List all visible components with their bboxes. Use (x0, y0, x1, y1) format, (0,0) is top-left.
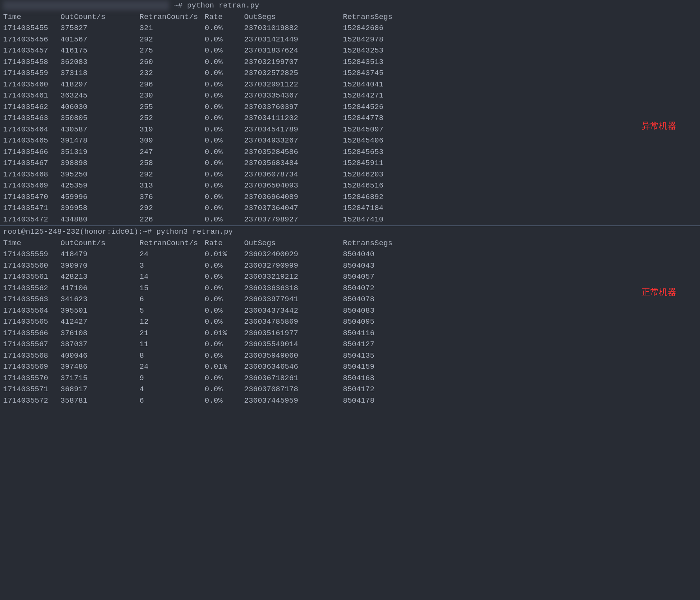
header-outsegs: OutSegs (244, 11, 343, 23)
cell-time: 1714035456 (3, 34, 60, 45)
cell-time: 1714035459 (3, 68, 60, 79)
cell-outsegs: 236036346546 (244, 361, 343, 373)
cell-retranssegs: 152842978 (343, 34, 414, 45)
table-row: 1714035561428213140.0%236033219212850405… (0, 271, 700, 283)
table-row: 1714035566376108210.01%23603516197785041… (0, 328, 700, 339)
table-row: 17140354694253593130.0%23703650409315284… (0, 180, 700, 191)
cell-time: 1714035561 (3, 271, 60, 283)
cell-time: 1714035562 (3, 283, 60, 294)
cell-outsegs: 236032400029 (244, 249, 343, 260)
cell-outcount: 459996 (60, 191, 139, 203)
cell-retran: 252 (139, 112, 205, 124)
cell-rate: 0.0% (205, 101, 244, 113)
cell-outsegs: 237036504093 (244, 180, 343, 191)
table-row: 171403557037171590.0%2360367182618504168 (0, 373, 700, 384)
cell-rate: 0.0% (205, 124, 244, 135)
header-outcount: OutCount/s (60, 238, 139, 249)
cell-outcount: 350805 (60, 112, 139, 124)
cell-outsegs: 237034933267 (244, 135, 343, 146)
cell-retranssegs: 152843745 (343, 68, 414, 79)
cell-retranssegs: 152847184 (343, 202, 414, 214)
header-time: Time (3, 238, 60, 249)
cell-rate: 0.0% (205, 180, 244, 191)
cell-outsegs: 237037798927 (244, 214, 343, 225)
cell-time: 1714035560 (3, 260, 60, 272)
cell-time: 1714035462 (3, 101, 60, 113)
table-row: 171403557136891740.0%2360370871788504172 (0, 384, 700, 395)
table-row: 171403556334162360.0%2360339779418504078 (0, 294, 700, 305)
cell-time: 1714035570 (3, 373, 60, 384)
cell-retranssegs: 8504172 (343, 384, 414, 395)
cell-retran: 3 (139, 260, 205, 272)
cell-rate: 0.0% (205, 112, 244, 124)
cell-outcount: 400046 (60, 350, 139, 362)
cell-outcount: 412427 (60, 316, 139, 328)
cell-retranssegs: 152845406 (343, 135, 414, 146)
table-row: 1714035562417106150.0%236033636318850407… (0, 283, 700, 294)
table-row: 17140354644305873190.0%23703454178915284… (0, 124, 700, 135)
cell-outcount: 401567 (60, 34, 139, 45)
cell-retranssegs: 152847410 (343, 214, 414, 225)
cell-retran: 24 (139, 361, 205, 373)
cell-outsegs: 236033636318 (244, 283, 343, 294)
cell-retran: 321 (139, 22, 205, 34)
terminal-bottom-section: root@n125-248-232(honor:idc01):~# python… (0, 226, 700, 406)
table-row: 1714035567387037110.0%236035549014850412… (0, 339, 700, 350)
cell-outsegs: 237035683484 (244, 158, 343, 169)
cell-outcount: 375827 (60, 22, 139, 34)
cell-rate: 0.0% (205, 146, 244, 158)
cell-retranssegs: 8504095 (343, 316, 414, 328)
table-row: 17140354724348802260.0%23703779892715284… (0, 214, 700, 225)
table-body-bottom: 1714035559418479240.01%23603240002985040… (0, 249, 700, 406)
cell-rate: 0.0% (205, 56, 244, 68)
table-row: 17140354553758273210.0%23703101988215284… (0, 22, 700, 34)
cell-time: 1714035458 (3, 56, 60, 68)
cell-time: 1714035563 (3, 294, 60, 305)
cell-time: 1714035465 (3, 135, 60, 146)
cell-retranssegs: 8504072 (343, 283, 414, 294)
cell-time: 1714035564 (3, 305, 60, 317)
prompt-command-bottom: root@n125-248-232(honor:idc01):~# python… (3, 227, 233, 236)
cell-time: 1714035464 (3, 124, 60, 135)
table-row: 17140354624060302550.0%23703376039715284… (0, 101, 700, 113)
cell-retranssegs: 152843253 (343, 45, 414, 56)
table-row: 171403556039097030.0%2360327909998504043 (0, 260, 700, 272)
cell-rate: 0.0% (205, 339, 244, 350)
cell-outcount: 425359 (60, 180, 139, 191)
cell-time: 1714035472 (3, 214, 60, 225)
cell-rate: 0.0% (205, 214, 244, 225)
cell-outcount: 428213 (60, 271, 139, 283)
cell-retran: 4 (139, 384, 205, 395)
cell-outcount: 391478 (60, 135, 139, 146)
cell-time: 1714035455 (3, 22, 60, 34)
cell-rate: 0.0% (205, 135, 244, 146)
cell-outsegs: 236037087178 (244, 384, 343, 395)
cell-outcount: 341623 (60, 294, 139, 305)
cell-time: 1714035559 (3, 249, 60, 260)
cell-retranssegs: 152844526 (343, 101, 414, 113)
header-retran: RetranCount/s (139, 11, 205, 23)
cell-time: 1714035470 (3, 191, 60, 203)
cell-retranssegs: 152845911 (343, 158, 414, 169)
cell-outsegs: 237032991122 (244, 79, 343, 90)
cell-outcount: 417106 (60, 283, 139, 294)
cell-retran: 8 (139, 350, 205, 362)
cell-outcount: 434880 (60, 214, 139, 225)
cell-outsegs: 236036718261 (244, 373, 343, 384)
cell-outcount: 398898 (60, 158, 139, 169)
cell-time: 1714035569 (3, 361, 60, 373)
cell-outcount: 358781 (60, 395, 139, 407)
cell-outcount: 390970 (60, 260, 139, 272)
cell-rate: 0.0% (205, 90, 244, 101)
cell-time: 1714035466 (3, 146, 60, 158)
cell-time: 1714035469 (3, 180, 60, 191)
header-time: Time (3, 11, 60, 23)
cell-rate: 0.0% (205, 45, 244, 56)
cell-outcount: 418479 (60, 249, 139, 260)
cell-retranssegs: 8504078 (343, 294, 414, 305)
cell-retran: 230 (139, 90, 205, 101)
table-row: 1714035565412427120.0%236034785869850409… (0, 316, 700, 328)
cell-rate: 0.0% (205, 395, 244, 407)
cell-outsegs: 236033977941 (244, 294, 343, 305)
cell-retran: 292 (139, 202, 205, 214)
